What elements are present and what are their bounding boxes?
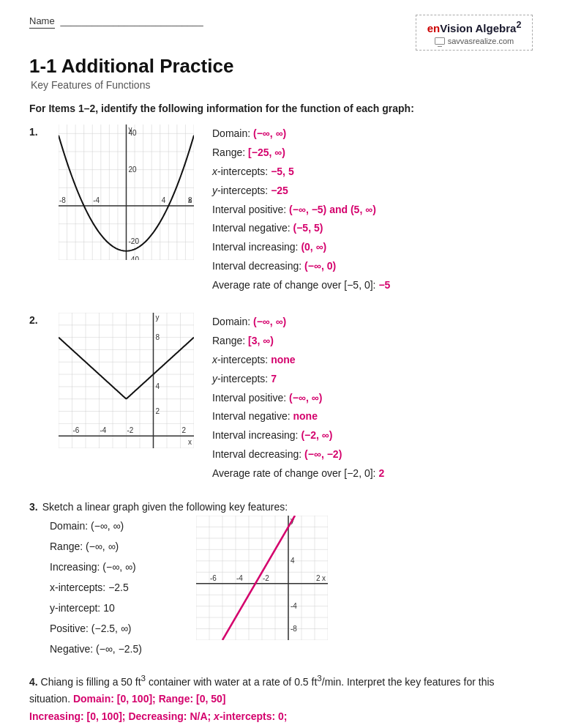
page-title: Additional Practice bbox=[61, 55, 234, 77]
page-number: 1-1 bbox=[29, 55, 57, 77]
intneg-val: (−5, 5) bbox=[293, 222, 323, 234]
avg-label: Average rate of change over [−5, 0]: bbox=[212, 279, 378, 291]
problem-4-number: 4. bbox=[29, 676, 38, 688]
p2-intinc-label: Interval increasing: bbox=[212, 429, 301, 441]
graph-1 bbox=[59, 125, 198, 295]
p2-range-val: [3, ∞) bbox=[248, 335, 274, 346]
intdec-val: (−∞, 0) bbox=[304, 260, 336, 272]
p3-domain: Domain: (−∞, ∞) bbox=[50, 516, 181, 536]
p2-intneg-label: Interval negative: bbox=[212, 410, 293, 422]
problem-2-answers: Domain: (−∞, ∞) Range: [3, ∞) x-intercep… bbox=[212, 313, 533, 483]
p3-increasing: Increasing: (−∞, ∞) bbox=[50, 557, 181, 577]
p2-intinc-val: (−2, ∞) bbox=[301, 429, 332, 441]
yint-val: −25 bbox=[271, 185, 288, 196]
intinc-label: Interval increasing: bbox=[212, 241, 301, 253]
problem-3-content: Domain: (−∞, ∞) Range: (−∞, ∞) Increasin… bbox=[50, 516, 533, 659]
p2-intpos-val: (−∞, ∞) bbox=[289, 392, 322, 404]
problem-2: 2. Domain: (−∞, ∞) Range: [3, ∞) x-inter… bbox=[29, 313, 533, 483]
monitor-icon bbox=[435, 37, 445, 45]
page-heading: 1-1 Additional Practice bbox=[29, 55, 533, 78]
instructions: For Items 1–2, identify the following in… bbox=[29, 103, 533, 114]
graph-3 bbox=[196, 516, 328, 640]
p2-intpos-label: Interval positive: bbox=[212, 392, 289, 404]
p2-xint-val: none bbox=[271, 354, 295, 365]
avg-val: −5 bbox=[378, 279, 390, 291]
p3-range: Range: (−∞, ∞) bbox=[50, 536, 181, 557]
problem-3: 3. Sketch a linear graph given the follo… bbox=[29, 501, 533, 659]
name-label: Name bbox=[29, 15, 55, 29]
p2-domain-label: Domain: bbox=[212, 316, 253, 327]
p2-xint-label: x-intercepts: bbox=[212, 354, 271, 365]
p3-positive: Positive: (−2.5, ∞) bbox=[50, 618, 181, 639]
problem-3-intro: Sketch a linear graph given the followin… bbox=[42, 501, 288, 513]
p2-avg-val: 2 bbox=[378, 467, 384, 479]
problem-3-text: Domain: (−∞, ∞) Range: (−∞, ∞) Increasin… bbox=[50, 516, 181, 659]
yint-label: y-intercepts: bbox=[212, 185, 271, 196]
problem-1-number: 1. bbox=[29, 125, 44, 295]
brand-url: savvasrealize.com bbox=[448, 37, 514, 45]
p2-yint-val: 7 bbox=[271, 373, 277, 385]
intpos-label: Interval positive: bbox=[212, 204, 289, 215]
problem-4: 4. Chiang is filling a 50 ft3 container … bbox=[29, 671, 533, 728]
p3-negative: Negative: (−∞, −2.5) bbox=[50, 639, 181, 659]
domain-val: (−∞, ∞) bbox=[253, 127, 286, 139]
xint-val: −5, 5 bbox=[271, 166, 294, 177]
domain-label: Domain: bbox=[212, 127, 253, 139]
problem-3-number: 3. bbox=[29, 501, 38, 513]
p2-yint-label: y-intercepts: bbox=[212, 373, 271, 385]
p3-yint: y-intercept: 10 bbox=[50, 598, 181, 618]
intdec-label: Interval decreasing: bbox=[212, 260, 304, 272]
intneg-label: Interval negative: bbox=[212, 222, 293, 234]
p2-domain-val: (−∞, ∞) bbox=[253, 316, 286, 327]
page-subtitle: Key Features of Functions bbox=[31, 79, 533, 91]
intinc-val: (0, ∞) bbox=[301, 241, 326, 253]
xint-label: x-intercepts: bbox=[212, 166, 271, 177]
p2-intdec-label: Interval decreasing: bbox=[212, 448, 304, 460]
p2-avg-label: Average rate of change over [−2, 0]: bbox=[212, 467, 378, 479]
problem-2-number: 2. bbox=[29, 313, 44, 483]
p2-intneg-val: none bbox=[293, 410, 318, 422]
brand-subtitle: savvasrealize.com bbox=[425, 37, 523, 45]
range-val: [−25, ∞) bbox=[248, 146, 285, 158]
brand-box: enVision Algebra2 savvasrealize.com bbox=[416, 15, 533, 51]
graph-2 bbox=[59, 313, 198, 483]
p2-intdec-val: (−∞, −2) bbox=[304, 448, 342, 460]
p3-xint: x-intercepts: −2.5 bbox=[50, 577, 181, 598]
problem-1: 1. Domain: (−∞, ∞) Range: [−25, ∞) x-int… bbox=[29, 125, 533, 295]
intpos-val: (−∞, −5) and (5, ∞) bbox=[289, 204, 376, 215]
range-label: Range: bbox=[212, 146, 248, 158]
p2-range-label: Range: bbox=[212, 335, 248, 346]
problem-1-answers: Domain: (−∞, ∞) Range: [−25, ∞) x-interc… bbox=[212, 125, 533, 295]
problem-3-layout: Domain: (−∞, ∞) Range: (−∞, ∞) Increasin… bbox=[50, 516, 533, 659]
brand-title: enVision Algebra2 bbox=[425, 20, 523, 34]
